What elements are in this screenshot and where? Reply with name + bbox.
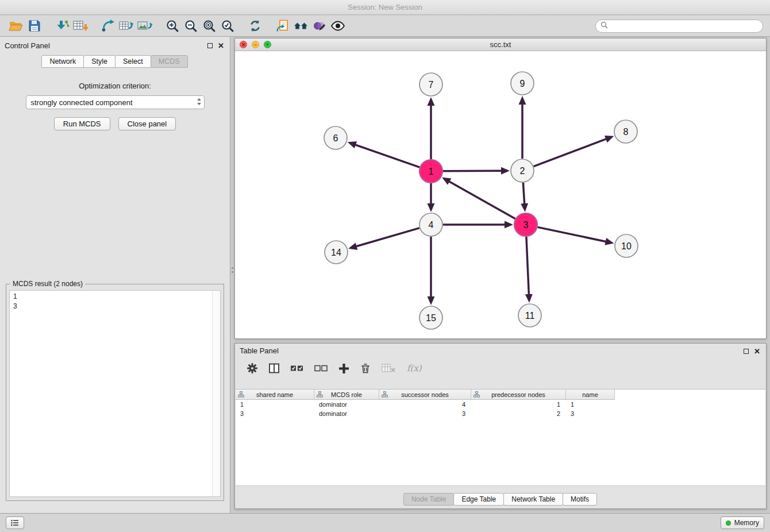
mcds-result-box: MCDS result (2 nodes) 1 3 (6, 284, 224, 501)
graph-arrowhead (505, 221, 513, 229)
column-header-shared-name[interactable]: shared name (236, 390, 314, 400)
graph-edge-3-1[interactable] (448, 180, 515, 218)
select-all-columns-icon[interactable] (290, 364, 304, 373)
cell-predecessor-nodes[interactable]: 1 (471, 401, 566, 408)
task-history-button[interactable] (6, 516, 24, 529)
zoom-fit-icon[interactable] (200, 17, 218, 34)
graph-node-label: 3 (523, 220, 529, 230)
column-label: shared name (256, 391, 293, 398)
zoom-window-icon[interactable]: + (264, 41, 271, 48)
window-titlebar: Session: New Session (0, 0, 770, 15)
cell-successor-nodes[interactable]: 4 (379, 401, 471, 408)
refresh-icon[interactable] (246, 17, 264, 34)
close-window-icon[interactable]: ✕ (240, 41, 247, 48)
graph-arrowhead (428, 97, 435, 106)
mcds-result-title: MCDS result (2 nodes) (10, 280, 85, 288)
graph-node-label: 10 (621, 241, 632, 251)
zoom-out-icon[interactable] (182, 17, 200, 34)
cell-successor-nodes[interactable]: 3 (379, 410, 471, 417)
column-label: MCDS role (331, 391, 362, 398)
table-panel-header: Table Panel ✕ (235, 344, 766, 357)
import-table-icon[interactable] (71, 17, 90, 34)
tab-network-table[interactable]: Network Table (503, 493, 563, 506)
cell-mcds-role[interactable]: dominator (314, 410, 379, 417)
deselect-all-columns-icon[interactable] (314, 364, 328, 373)
duplicate-page-icon[interactable] (274, 17, 292, 34)
zoom-in-icon[interactable] (163, 17, 182, 34)
result-line: 1 (13, 292, 217, 302)
network-window-title: scc.txt (490, 40, 511, 49)
graph-edge-1-2[interactable] (443, 171, 503, 171)
eye-icon[interactable] (329, 17, 347, 34)
search-icon (600, 21, 608, 31)
memory-button[interactable]: Memory (721, 516, 764, 529)
tab-mcds[interactable]: MCDS (151, 55, 188, 68)
run-mcds-button[interactable]: Run MCDS (54, 117, 110, 130)
column-header-predecessor-nodes[interactable]: predecessor nodes (471, 390, 566, 400)
gear-icon[interactable] (247, 363, 258, 374)
cell-name[interactable]: 1 (566, 401, 615, 408)
mcds-result-text[interactable]: 1 3 (9, 290, 221, 497)
control-panel-title: Control Panel (5, 41, 50, 50)
cell-predecessor-nodes[interactable]: 2 (471, 410, 566, 417)
graph-node-label: 14 (331, 248, 341, 257)
style-brush-icon[interactable] (310, 17, 329, 34)
table-row[interactable]: 1 dominator 4 1 1 (236, 400, 765, 409)
column-type-icon (473, 391, 480, 399)
tab-network[interactable]: Network (41, 55, 84, 68)
graph-edge-2-3[interactable] (523, 183, 525, 206)
cell-name[interactable]: 3 (566, 410, 615, 417)
graph-edge-3-11[interactable] (526, 237, 529, 296)
tab-node-table[interactable]: Node Table (403, 493, 455, 506)
search-input[interactable] (611, 21, 758, 30)
tab-style[interactable]: Style (83, 55, 116, 68)
memory-status-icon (726, 521, 731, 526)
tab-edge-table[interactable]: Edge Table (453, 493, 504, 506)
export-table-icon[interactable] (117, 17, 136, 34)
table-header-row: shared name MCDS role successor nodes pr… (236, 390, 765, 400)
column-header-name[interactable]: name (566, 390, 615, 400)
table-panel-title: Table Panel (240, 346, 279, 355)
graph-edge-2-8[interactable] (534, 138, 608, 167)
graph-edge-4-14[interactable] (355, 228, 419, 247)
result-scrollbar[interactable] (212, 291, 220, 496)
graph-node-label: 6 (333, 133, 338, 143)
delete-column-icon[interactable] (360, 363, 371, 375)
table-row[interactable]: 3 dominator 3 2 3 (236, 409, 765, 418)
minimize-window-icon[interactable]: − (252, 41, 259, 48)
graph-edge-1-6[interactable] (353, 144, 419, 167)
graph-arrowhead (348, 141, 357, 148)
cell-mcds-role[interactable]: dominator (314, 401, 379, 408)
show-column-panel-icon[interactable] (268, 363, 280, 374)
close-table-panel-icon[interactable]: ✕ (754, 348, 760, 354)
criterion-select[interactable]: strongly connected component (26, 95, 205, 109)
graph-node-label: 2 (520, 166, 525, 176)
graph-node-label: 4 (429, 220, 434, 230)
search-field[interactable] (595, 20, 763, 33)
panel-splitter-handle[interactable] (230, 261, 234, 279)
float-table-panel-icon[interactable] (744, 347, 749, 356)
cell-shared-name[interactable]: 3 (236, 410, 314, 417)
graph-node-label: 11 (525, 311, 535, 321)
float-panel-icon[interactable] (207, 41, 213, 50)
zoom-selected-icon[interactable] (218, 17, 237, 34)
column-header-mcds-role[interactable]: MCDS role (314, 390, 379, 400)
import-network-icon[interactable] (53, 17, 71, 34)
network-graph[interactable]: 7968124314101511 (235, 51, 766, 339)
tab-select[interactable]: Select (115, 55, 151, 68)
home-network-icon[interactable] (292, 17, 310, 34)
export-image-icon[interactable] (136, 17, 154, 34)
save-session-icon[interactable] (25, 17, 44, 34)
tab-motifs[interactable]: Motifs (563, 493, 597, 506)
column-header-successor-nodes[interactable]: successor nodes (379, 390, 471, 400)
cell-shared-name[interactable]: 1 (236, 401, 314, 408)
close-panel-button[interactable]: Close panel (118, 117, 176, 130)
export-network-icon[interactable] (99, 17, 117, 34)
close-panel-icon[interactable]: ✕ (218, 43, 224, 49)
graph-arrowhead (428, 203, 435, 212)
graph-edge-3-10[interactable] (538, 227, 608, 242)
network-canvas[interactable]: 7968124314101511 (235, 51, 766, 338)
open-session-folder-icon[interactable] (7, 17, 25, 34)
add-column-icon[interactable] (338, 363, 349, 374)
column-label: successor nodes (401, 391, 449, 398)
